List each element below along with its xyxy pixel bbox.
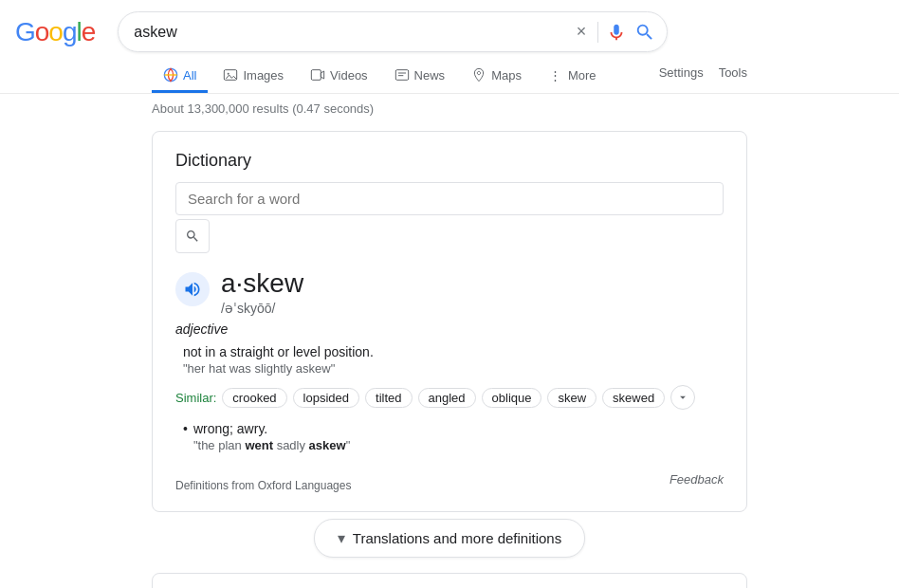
similar-word-skewed[interactable]: skewed — [602, 388, 665, 408]
part-of-speech: adjective — [175, 322, 724, 337]
word-search-input[interactable] — [175, 182, 724, 215]
similar-label: Similar: — [175, 391, 216, 405]
search-bar-container: × — [118, 11, 668, 52]
word-search-icon — [185, 229, 200, 244]
tab-more[interactable]: ⋮ More — [537, 60, 608, 93]
divider — [597, 22, 598, 43]
logo-letter-o2: o — [48, 17, 63, 47]
search-bar: × — [118, 11, 668, 52]
similar-word-angled[interactable]: angled — [418, 388, 476, 408]
def-text-1: not in a straight or level position. — [183, 344, 724, 359]
news-icon — [394, 67, 410, 83]
nav-right: Settings Tools — [659, 65, 747, 87]
word-search-button[interactable] — [175, 219, 210, 253]
tab-images-label: Images — [243, 68, 284, 83]
similar-word-lopsided[interactable]: lopsided — [293, 388, 359, 408]
chevron-down-icon: ▾ — [338, 529, 345, 547]
word-entry: a·skew /əˈskyōō/ — [175, 268, 724, 316]
def-text-2: wrong; awry. — [193, 421, 350, 436]
tab-all[interactable]: All — [152, 60, 208, 93]
tab-maps-label: Maps — [491, 68, 522, 83]
example-bold-went: went — [245, 438, 273, 452]
feedback-button[interactable]: Feedback — [670, 472, 724, 487]
maps-icon — [471, 67, 486, 83]
svg-rect-3 — [311, 70, 321, 81]
tab-all-label: All — [183, 68, 196, 83]
all-icon — [163, 67, 178, 83]
images-icon — [223, 67, 238, 83]
dictionary-card: Dictionary a·skew /əˈskyōō/ adjective no… — [152, 131, 747, 512]
def-example-2: "the plan went sadly askew" — [193, 438, 350, 452]
tools-button[interactable]: Tools — [719, 65, 747, 80]
example-bold-askew: askew — [309, 438, 346, 452]
chevron-down-icon — [676, 391, 689, 404]
definitions-source: Definitions from Oxford Languages — [175, 479, 351, 492]
translations-label: Translations and more definitions — [353, 530, 561, 546]
definition-1: not in a straight or level position. "he… — [183, 344, 724, 376]
bullet-def-2: • wrong; awry. "the plan went sadly aske… — [183, 421, 724, 452]
word-phonetic: /əˈskyōō/ — [221, 301, 303, 316]
videos-icon — [310, 67, 325, 83]
tab-videos-label: Videos — [330, 68, 368, 83]
logo-letter-g: G — [15, 17, 35, 47]
translations-button[interactable]: ▾ Translations and more definitions — [314, 519, 585, 558]
similar-word-oblique[interactable]: oblique — [482, 388, 542, 408]
similar-word-tilted[interactable]: tilted — [365, 388, 412, 408]
definition-2: • wrong; awry. "the plan went sadly aske… — [183, 421, 724, 452]
tab-videos[interactable]: Videos — [299, 60, 379, 93]
word-info: a·skew /əˈskyōō/ — [221, 268, 303, 316]
translations-button-wrap: ▾ Translations and more definitions — [152, 519, 747, 558]
audio-icon — [183, 280, 202, 299]
more-icon: ⋮ — [548, 67, 563, 83]
def-example-1: "her hat was slightly askew" — [183, 361, 724, 376]
similar-more-button[interactable] — [670, 385, 695, 410]
tab-maps[interactable]: Maps — [460, 60, 533, 93]
people-also-ask-card: People also ask — [152, 573, 747, 588]
mic-icon — [606, 22, 627, 43]
google-logo: Google — [15, 17, 95, 47]
clear-icon[interactable]: × — [573, 20, 591, 44]
audio-button[interactable] — [175, 272, 210, 306]
similar-word-crooked[interactable]: crooked — [222, 388, 286, 408]
search-input[interactable] — [134, 24, 564, 41]
similar-word-skew[interactable]: skew — [547, 388, 596, 408]
logo-letter-e: e — [82, 17, 96, 47]
results-info: About 13,300,000 results (0.47 seconds) — [0, 94, 899, 123]
word-title: a·skew — [221, 268, 303, 299]
svg-rect-4 — [395, 70, 408, 81]
search-button[interactable] — [634, 22, 655, 43]
mic-button[interactable] — [606, 22, 627, 43]
header: Google × — [0, 0, 899, 52]
tab-news-label: News — [414, 68, 446, 83]
logo-letter-g2: g — [63, 17, 77, 47]
svg-point-2 — [228, 73, 229, 75]
similar-words-row: Similar: crooked lopsided tilted angled … — [175, 385, 724, 410]
dictionary-title: Dictionary — [175, 151, 724, 171]
nav-tabs: All Images Videos News Maps ⋮ More Setti… — [0, 52, 899, 94]
logo-letter-o1: o — [35, 17, 49, 47]
tab-news[interactable]: News — [383, 60, 457, 93]
tab-more-label: More — [568, 68, 596, 83]
bullet-symbol: • — [183, 421, 188, 436]
settings-button[interactable]: Settings — [659, 65, 704, 80]
search-icon — [634, 22, 655, 43]
tab-images[interactable]: Images — [211, 60, 295, 93]
word-search-section — [175, 182, 724, 253]
